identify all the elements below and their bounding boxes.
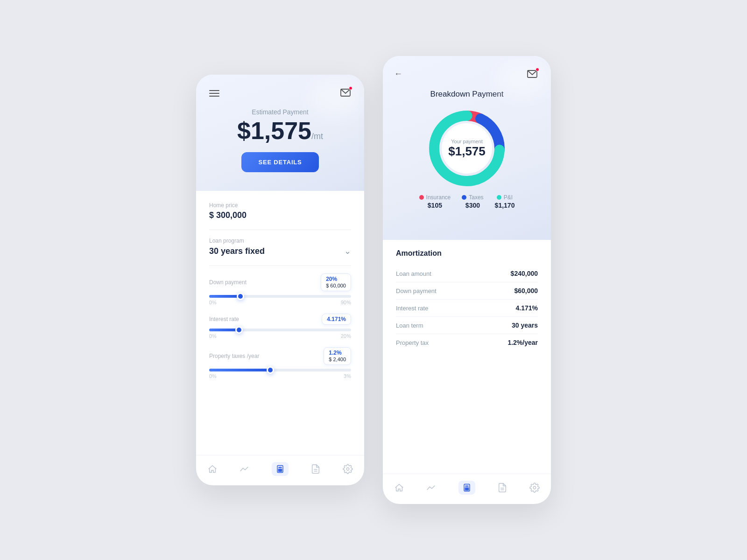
svg-rect-8 <box>281 470 282 471</box>
svg-rect-2 <box>278 467 282 468</box>
property-taxes-slider-section: Property taxes /year 1.2% $ 2,400 0% 3% <box>209 347 351 379</box>
interest-rate-range-labels: 0% 20% <box>209 333 351 339</box>
interest-rate-header: Interest rate 4.171% <box>209 314 351 325</box>
svg-rect-6 <box>278 470 279 471</box>
interest-rate-badge: 4.171% <box>322 314 351 325</box>
amort-row-loan-term: Loan term 30 years <box>396 317 538 334</box>
interest-rate-label: Interest rate <box>209 316 239 322</box>
blob-decoration <box>308 79 364 117</box>
home-price-label: Home price <box>209 202 351 209</box>
track-fill <box>209 295 240 298</box>
svg-rect-22 <box>467 488 468 489</box>
svg-rect-7 <box>280 470 281 471</box>
donut-center: Your payment $1,575 <box>448 139 486 159</box>
amort-row-property-tax: Property tax 1.2%/year <box>396 334 538 351</box>
amort-row-loan-amount: Loan amount $240,000 <box>396 265 538 282</box>
svg-point-11 <box>346 468 349 470</box>
interest-rate-track[interactable] <box>209 329 351 331</box>
svg-rect-4 <box>280 469 281 470</box>
nav-chart-right[interactable] <box>426 482 437 493</box>
property-taxes-track[interactable] <box>209 369 351 371</box>
amort-row-interest-rate: Interest rate 4.171% <box>396 300 538 317</box>
down-payment-badge: 20% $ 60,000 <box>321 273 351 291</box>
insurance-dot <box>419 195 424 200</box>
property-taxes-header: Property taxes /year 1.2% $ 2,400 <box>209 347 351 365</box>
donut-chart: Your payment $1,575 <box>396 106 538 190</box>
loan-program-row[interactable]: 30 years fixed ⌄ <box>209 246 351 256</box>
slider-thumb[interactable] <box>237 293 244 300</box>
settings-icon <box>342 463 353 475</box>
mail-button-right[interactable] <box>527 69 538 80</box>
loan-program-field: Loan program 30 years fixed ⌄ <box>209 238 351 256</box>
down-payment-range-labels: 0% 90% <box>209 300 351 305</box>
down-payment-slider-section: Down payment 20% $ 60,000 0% 90% <box>209 273 351 305</box>
notification-dot-right <box>536 68 539 71</box>
right-phone-header: ← Breakdown Payment <box>383 56 551 240</box>
svg-rect-21 <box>466 488 467 489</box>
nav-home-right[interactable] <box>394 482 405 493</box>
document-icon-right <box>497 482 508 493</box>
down-payment-track[interactable] <box>209 295 351 298</box>
property-taxes-badge: 1.2% $ 2,400 <box>324 347 351 365</box>
right-phone: ← Breakdown Payment <box>383 56 551 504</box>
menu-icon[interactable] <box>209 90 219 97</box>
document-icon <box>310 463 321 475</box>
mail-button[interactable] <box>340 88 351 99</box>
left-bottom-nav <box>196 455 364 485</box>
svg-point-28 <box>533 486 536 489</box>
nav-home[interactable] <box>207 463 218 475</box>
svg-rect-3 <box>278 469 279 470</box>
interest-rate-slider-section: Interest rate 4.171% 0% 20% <box>209 314 351 339</box>
track-fill <box>209 369 270 371</box>
amortization-section: Amortization Loan amount $240,000 Down p… <box>383 240 551 474</box>
loan-program-value: 30 years fixed <box>209 246 265 256</box>
svg-rect-25 <box>467 489 468 490</box>
see-details-button[interactable]: SEE DETAILS <box>241 152 318 172</box>
track-fill <box>209 329 239 331</box>
legend-insurance: Insurance $105 <box>419 194 451 209</box>
notification-dot <box>349 86 352 90</box>
calculator-icon-right <box>458 481 475 495</box>
slider-thumb[interactable] <box>235 326 243 334</box>
svg-rect-20 <box>465 488 466 489</box>
nav-calculator[interactable] <box>272 462 289 476</box>
nav-chart[interactable] <box>239 463 250 475</box>
loan-program-label: Loan program <box>209 238 351 244</box>
svg-rect-23 <box>465 489 466 490</box>
property-taxes-range-labels: 0% 3% <box>209 373 351 379</box>
nav-document-right[interactable] <box>497 482 508 493</box>
down-payment-label: Down payment <box>209 279 247 286</box>
left-phone-header: Estimated Payment $1,575/mt SEE DETAILS <box>196 75 364 191</box>
donut-center-label: Your payment <box>448 139 486 144</box>
home-icon-right <box>394 482 405 493</box>
nav-settings-right[interactable] <box>529 482 540 493</box>
left-phone: Estimated Payment $1,575/mt SEE DETAILS … <box>196 75 364 485</box>
right-phone-body: Amortization Loan amount $240,000 Down p… <box>383 240 551 504</box>
back-button[interactable]: ← <box>394 69 402 79</box>
down-payment-header: Down payment 20% $ 60,000 <box>209 273 351 291</box>
divider-2 <box>209 266 351 266</box>
legend-taxes: Taxes $300 <box>462 194 483 209</box>
settings-icon-right <box>529 482 540 493</box>
taxes-dot <box>462 195 466 200</box>
divider-1 <box>209 230 351 230</box>
slider-thumb[interactable] <box>267 366 274 374</box>
home-price-value: $ 300,000 <box>209 210 351 220</box>
nav-document[interactable] <box>310 463 321 475</box>
payment-amount: $1,575/mt <box>209 119 351 143</box>
nav-settings[interactable] <box>342 463 353 475</box>
amortization-title: Amortization <box>396 249 538 258</box>
amort-row-down-payment: Down payment $60,000 <box>396 282 538 300</box>
left-phone-body: Home price $ 300,000 Loan program 30 yea… <box>196 191 364 455</box>
svg-rect-19 <box>465 486 469 487</box>
legend-pi: P&I $1,170 <box>495 194 515 209</box>
home-price-field: Home price $ 300,000 <box>209 202 351 220</box>
chart-icon <box>239 463 250 475</box>
nav-calculator-right[interactable] <box>458 481 475 495</box>
blob-decoration-right <box>495 61 551 98</box>
property-taxes-label: Property taxes /year <box>209 353 259 359</box>
svg-rect-24 <box>466 489 467 490</box>
chevron-down-icon: ⌄ <box>344 246 351 256</box>
home-icon <box>207 463 218 475</box>
calculator-icon <box>272 462 289 476</box>
